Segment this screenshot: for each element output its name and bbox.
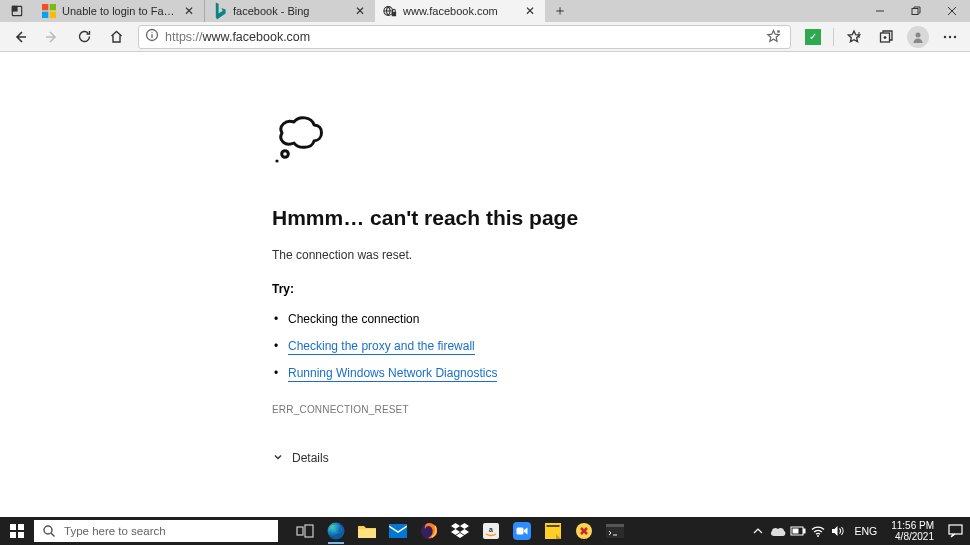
taskbar-search[interactable]: Type here to search bbox=[34, 520, 278, 542]
menu-button[interactable] bbox=[936, 23, 964, 51]
system-tray: ENG 11:56 PM 4/8/2021 bbox=[750, 517, 970, 545]
tabs: Unable to login to Facebook thro... ✕ fa… bbox=[34, 0, 862, 22]
tab-0[interactable]: Unable to login to Facebook thro... ✕ bbox=[34, 0, 204, 22]
svg-rect-9 bbox=[912, 9, 918, 15]
maximize-button[interactable] bbox=[898, 0, 934, 22]
close-button[interactable] bbox=[934, 0, 970, 22]
svg-rect-7 bbox=[392, 12, 396, 16]
thinking-cloud-icon bbox=[272, 116, 682, 170]
address-bar[interactable]: https://www.facebook.com bbox=[138, 25, 791, 49]
list-item: Checking the proxy and the firewall bbox=[272, 333, 682, 360]
svg-rect-1 bbox=[12, 6, 17, 11]
tab-title: Unable to login to Facebook thro... bbox=[62, 5, 176, 17]
firefox-icon[interactable] bbox=[414, 517, 444, 545]
svg-rect-41 bbox=[517, 528, 524, 535]
details-toggle[interactable]: Details bbox=[272, 451, 682, 466]
bing-favicon-icon bbox=[213, 4, 227, 18]
svg-rect-29 bbox=[18, 532, 24, 538]
svg-rect-35 bbox=[358, 529, 376, 538]
svg-rect-4 bbox=[42, 12, 48, 18]
svg-point-23 bbox=[954, 35, 956, 37]
new-tab-button[interactable]: ＋ bbox=[545, 0, 575, 22]
svg-point-13 bbox=[151, 31, 152, 32]
volume-icon[interactable] bbox=[830, 523, 846, 539]
try-label: Try: bbox=[272, 282, 682, 296]
svg-point-24 bbox=[282, 151, 289, 158]
forward-button[interactable] bbox=[38, 23, 66, 51]
collections-icon[interactable] bbox=[872, 23, 900, 51]
ms-favicon-icon bbox=[42, 4, 56, 18]
svg-rect-5 bbox=[50, 12, 56, 18]
terminal-icon[interactable] bbox=[600, 517, 630, 545]
globe-lock-favicon-icon bbox=[383, 4, 397, 18]
mail-icon[interactable] bbox=[383, 517, 413, 545]
action-center-icon[interactable] bbox=[944, 520, 966, 542]
svg-point-21 bbox=[944, 35, 946, 37]
tab-2[interactable]: www.facebook.com ✕ bbox=[375, 0, 545, 22]
tab-close-icon[interactable]: ✕ bbox=[353, 4, 367, 18]
search-icon bbox=[42, 524, 56, 538]
svg-rect-43 bbox=[547, 525, 560, 527]
tab-close-icon[interactable]: ✕ bbox=[523, 4, 537, 18]
network-diagnostics-link[interactable]: Running Windows Network Diagnostics bbox=[288, 366, 497, 382]
amazon-icon[interactable]: a bbox=[476, 517, 506, 545]
onedrive-icon[interactable] bbox=[770, 523, 786, 539]
task-icons: a bbox=[290, 517, 630, 545]
favorites-icon[interactable] bbox=[840, 23, 868, 51]
svg-rect-36 bbox=[389, 524, 407, 538]
file-explorer-icon[interactable] bbox=[352, 517, 382, 545]
svg-point-22 bbox=[949, 35, 951, 37]
refresh-button[interactable] bbox=[70, 23, 98, 51]
clock[interactable]: 11:56 PM 4/8/2021 bbox=[885, 520, 940, 543]
app-icon bbox=[0, 0, 34, 22]
tab-close-icon[interactable]: ✕ bbox=[182, 4, 196, 18]
svg-rect-28 bbox=[10, 532, 16, 538]
site-info-icon[interactable] bbox=[145, 28, 159, 46]
wifi-icon[interactable] bbox=[810, 523, 826, 539]
edge-icon[interactable] bbox=[321, 517, 351, 545]
svg-rect-49 bbox=[793, 529, 799, 534]
list-item: Running Windows Network Diagnostics bbox=[272, 360, 682, 387]
svg-point-50 bbox=[818, 535, 820, 537]
svg-text:a: a bbox=[489, 526, 493, 533]
profile-button[interactable] bbox=[904, 23, 932, 51]
clock-time: 11:56 PM bbox=[891, 520, 934, 532]
zoom-icon[interactable] bbox=[507, 517, 537, 545]
error-title: Hmmm… can't reach this page bbox=[272, 206, 682, 230]
list-item: Checking the connection bbox=[272, 306, 682, 333]
task-view-icon[interactable] bbox=[290, 517, 320, 545]
window-controls bbox=[862, 0, 970, 22]
start-button[interactable] bbox=[0, 517, 34, 545]
suggestions-list: Checking the connection Checking the pro… bbox=[272, 306, 682, 388]
browser-titlebar: Unable to login to Facebook thro... ✕ fa… bbox=[0, 0, 970, 22]
language-indicator[interactable]: ENG bbox=[850, 525, 881, 537]
browser-toolbar: https://www.facebook.com ✓ bbox=[0, 22, 970, 52]
clock-date: 4/8/2021 bbox=[895, 531, 934, 543]
error-code: ERR_CONNECTION_RESET bbox=[272, 404, 682, 415]
home-button[interactable] bbox=[102, 23, 130, 51]
battery-icon[interactable] bbox=[790, 523, 806, 539]
tab-title: www.facebook.com bbox=[403, 5, 517, 17]
tab-title: facebook - Bing bbox=[233, 5, 347, 17]
extension-check-icon[interactable]: ✓ bbox=[799, 23, 827, 51]
svg-rect-46 bbox=[606, 524, 624, 527]
svg-rect-32 bbox=[297, 527, 303, 535]
tab-1[interactable]: facebook - Bing ✕ bbox=[205, 0, 375, 22]
back-button[interactable] bbox=[6, 23, 34, 51]
dropbox-icon[interactable] bbox=[445, 517, 475, 545]
tray-chevron-up-icon[interactable] bbox=[750, 523, 766, 539]
page-content: Hmmm… can't reach this page The connecti… bbox=[0, 52, 970, 517]
sticky-notes-icon[interactable] bbox=[538, 517, 568, 545]
favorite-star-icon[interactable] bbox=[762, 29, 784, 44]
svg-point-20 bbox=[916, 32, 921, 37]
search-placeholder: Type here to search bbox=[64, 525, 166, 537]
svg-rect-3 bbox=[50, 4, 56, 10]
app-generic-icon[interactable] bbox=[569, 517, 599, 545]
taskbar: Type here to search a ENG 11:56 PM 4/8/2… bbox=[0, 517, 970, 545]
error-message: The connection was reset. bbox=[272, 248, 682, 262]
svg-rect-33 bbox=[305, 525, 313, 537]
svg-rect-48 bbox=[804, 529, 806, 533]
minimize-button[interactable] bbox=[862, 0, 898, 22]
proxy-firewall-link[interactable]: Checking the proxy and the firewall bbox=[288, 339, 475, 355]
svg-line-31 bbox=[51, 533, 55, 537]
